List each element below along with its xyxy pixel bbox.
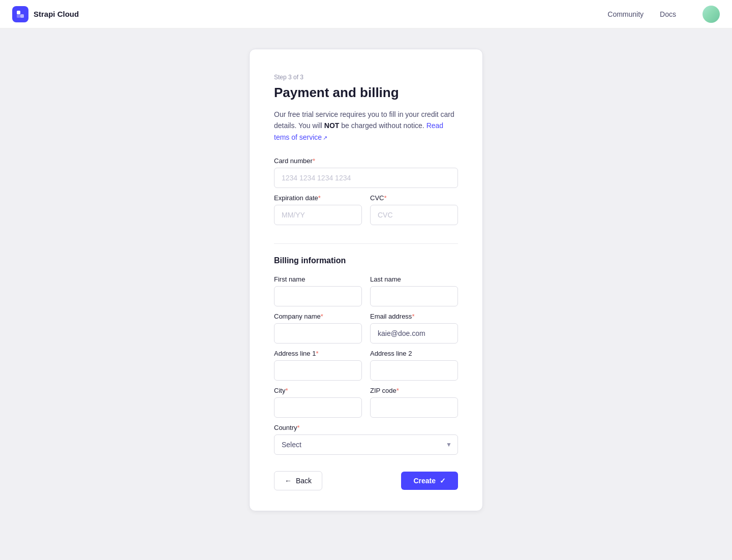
last-name-label: Last name	[370, 275, 458, 283]
cvc-section: CVC*	[370, 194, 458, 225]
last-name-section: Last name	[370, 275, 458, 306]
country-select-wrapper: Select ▼	[274, 434, 458, 455]
navbar: Strapi Cloud Community Docs	[0, 0, 732, 28]
back-arrow-icon: ←	[285, 477, 292, 485]
required-star-zip: *	[396, 387, 399, 394]
logo-text: Strapi Cloud	[34, 10, 79, 18]
address2-col: Address line 2	[370, 350, 458, 387]
create-button[interactable]: Create ✓	[401, 472, 458, 490]
expiry-section: Expiration date*	[274, 194, 362, 225]
company-name-section: Company name*	[274, 313, 362, 344]
email-section: Email address*	[370, 313, 458, 344]
last-name-col: Last name	[370, 275, 458, 313]
cvc-input[interactable]	[370, 205, 458, 225]
required-star-address1: *	[316, 350, 318, 357]
page-container: Step 3 of 3 Payment and billing Our free…	[0, 28, 732, 542]
company-name-input[interactable]	[274, 323, 362, 344]
company-col: Company name*	[274, 313, 362, 350]
city-section: City*	[274, 387, 362, 418]
navbar-logo: Strapi Cloud	[12, 6, 607, 22]
card-number-label: Card number*	[274, 157, 458, 165]
svg-rect-1	[20, 14, 24, 18]
community-link[interactable]: Community	[607, 10, 644, 18]
city-col: City*	[274, 387, 362, 424]
address2-section: Address line 2	[370, 350, 458, 381]
address1-label: Address line 1*	[274, 350, 362, 357]
first-name-input[interactable]	[274, 286, 362, 306]
required-star-expiry: *	[318, 194, 321, 202]
check-icon: ✓	[440, 477, 446, 485]
address-row: Address line 1* Address line 2	[274, 350, 458, 387]
country-select[interactable]: Select	[274, 434, 458, 455]
address1-col: Address line 1*	[274, 350, 362, 387]
divider	[274, 243, 458, 244]
last-name-input[interactable]	[370, 286, 458, 306]
required-star-cvc: *	[384, 194, 386, 202]
first-name-label: First name	[274, 275, 362, 283]
card-number-section: Card number*	[274, 157, 458, 188]
company-name-label: Company name*	[274, 313, 362, 320]
expiry-col: Expiration date*	[274, 194, 362, 231]
zip-section: ZIP code*	[370, 387, 458, 418]
docs-link[interactable]: Docs	[660, 10, 676, 18]
country-section: Country* Select ▼	[274, 424, 458, 455]
back-button[interactable]: ← Back	[274, 471, 322, 490]
avatar[interactable]	[703, 6, 720, 23]
not-text: NOT	[324, 121, 340, 130]
expiry-cvc-row: Expiration date* CVC*	[274, 194, 458, 231]
required-star-city: *	[285, 387, 288, 394]
city-input[interactable]	[274, 397, 362, 418]
address2-input[interactable]	[370, 360, 458, 381]
required-star-country: *	[297, 424, 300, 431]
zip-label: ZIP code*	[370, 387, 458, 394]
required-star-card: *	[313, 157, 315, 165]
expiry-input[interactable]	[274, 205, 362, 225]
card-number-input[interactable]	[274, 168, 458, 188]
step-label: Step 3 of 3	[274, 74, 458, 81]
address2-label: Address line 2	[370, 350, 458, 357]
required-star-email: *	[412, 313, 414, 320]
zip-col: ZIP code*	[370, 387, 458, 424]
address1-section: Address line 1*	[274, 350, 362, 381]
cvc-col: CVC*	[370, 194, 458, 231]
cvc-label: CVC*	[370, 194, 458, 202]
email-label: Email address*	[370, 313, 458, 320]
navbar-links: Community Docs	[607, 6, 720, 23]
email-col: Email address*	[370, 313, 458, 350]
payment-card: Step 3 of 3 Payment and billing Our free…	[249, 49, 483, 511]
company-email-row: Company name* Email address*	[274, 313, 458, 350]
billing-section-title: Billing information	[274, 256, 458, 265]
name-row: First name Last name	[274, 275, 458, 313]
svg-rect-0	[17, 11, 20, 14]
description-part2: be charged without notice.	[339, 121, 426, 130]
city-label: City*	[274, 387, 362, 394]
required-star-company: *	[321, 313, 323, 320]
first-name-col: First name	[274, 275, 362, 313]
strapi-logo-icon	[12, 6, 28, 22]
first-name-section: First name	[274, 275, 362, 306]
expiry-label: Expiration date*	[274, 194, 362, 202]
page-title: Payment and billing	[274, 85, 458, 101]
country-label: Country*	[274, 424, 458, 431]
description: Our free trial service requires you to f…	[274, 109, 458, 143]
address1-input[interactable]	[274, 360, 362, 381]
zip-input[interactable]	[370, 397, 458, 418]
email-input[interactable]	[370, 323, 458, 344]
svg-rect-2	[17, 14, 20, 18]
city-zip-row: City* ZIP code*	[274, 387, 458, 424]
external-link-icon: ↗	[323, 134, 327, 143]
form-footer: ← Back Create ✓	[274, 471, 458, 490]
